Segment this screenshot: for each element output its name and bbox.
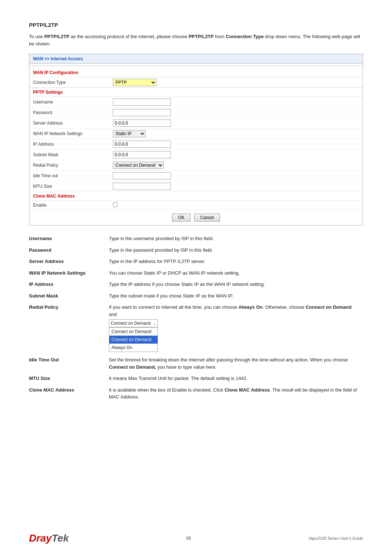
page-number: 98 bbox=[186, 536, 191, 541]
chevron-down-icon: ⌄ bbox=[153, 321, 156, 326]
description-table: Username Type in the username provided b… bbox=[29, 233, 363, 403]
cancel-button[interactable]: Cancel bbox=[194, 214, 220, 222]
desc-subnet-mask-desc: Type the subnet mask if you chose Static… bbox=[109, 290, 363, 302]
desc-idle-timeout-row: Idle Time Out Set the timeout for breaki… bbox=[29, 354, 363, 373]
logo-tek: Tek bbox=[52, 532, 69, 544]
intro-paragraph: To use PPTP/L2TP as the accessing protoc… bbox=[29, 33, 363, 47]
desc-wan-ip-row: WAN IP Network Settings You can choose S… bbox=[29, 267, 363, 279]
mtu-size-row: MTU Size bbox=[29, 181, 363, 192]
desc-username-term: Username bbox=[29, 233, 109, 244]
idle-timeout-label: Idle Time out bbox=[29, 171, 109, 181]
desc-mtu-size-term: MTU Size bbox=[29, 373, 109, 384]
desc-mtu-size-row: MTU Size It means Max Transmit Unit for … bbox=[29, 373, 363, 384]
desc-subnet-mask-row: Subnet Mask Type the subnet mask if you … bbox=[29, 290, 363, 302]
desc-server-address-row: Server Address Type in the IP address fo… bbox=[29, 256, 363, 267]
redial-policy-dropdown-list: Connect on Demand Connect on Demand Alwa… bbox=[109, 327, 158, 352]
username-input[interactable] bbox=[113, 98, 171, 106]
enable-row: Enable bbox=[29, 201, 363, 210]
desc-username-row: Username Type in the username provided b… bbox=[29, 233, 363, 244]
redial-policy-dropdown-area: Connect on Demand ⌄ Connect on Demand Co… bbox=[109, 319, 360, 352]
desc-idle-timeout-desc: Set the timeout for breaking down the In… bbox=[109, 354, 363, 373]
username-label: Username bbox=[29, 97, 109, 108]
desc-password-desc: Type in the password provided by ISP in … bbox=[109, 244, 363, 256]
connection-type-label: Connection Type bbox=[29, 77, 109, 88]
wan-breadcrumb-link[interactable]: WAN >> Internet Access bbox=[33, 56, 83, 61]
desc-idle-timeout-term: Idle Time Out bbox=[29, 354, 109, 373]
password-label: Password bbox=[29, 108, 109, 118]
mtu-size-label: MTU Size bbox=[29, 181, 109, 192]
redial-policy-row: Redial Policy Connect on Demand Always O… bbox=[29, 160, 363, 171]
redial-policy-inline-select[interactable]: Connect on Demand ⌄ bbox=[109, 319, 158, 327]
clone-mac-header: Clone MAC Address bbox=[29, 192, 363, 201]
desc-username-desc: Type in the username provided by ISP in … bbox=[109, 233, 363, 244]
desc-redial-policy-desc: If you want to connect to Internet all t… bbox=[109, 301, 363, 354]
connection-type-table: Connection Type PPTP bbox=[29, 77, 363, 88]
desc-server-address-term: Server Address bbox=[29, 256, 109, 267]
desc-wan-ip-desc: You can choose Static IP or DHCP as WAN … bbox=[109, 267, 363, 279]
desc-password-row: Password Type in the password provided b… bbox=[29, 244, 363, 256]
mtu-size-input[interactable] bbox=[113, 183, 171, 190]
desc-mtu-size-desc: It means Max Transmit Unit for packet. T… bbox=[109, 373, 363, 384]
ip-address-label: IP Address bbox=[29, 139, 109, 150]
pptp-settings-header: PPTP Settings bbox=[29, 88, 363, 97]
wan-ip-config-section: WAN IP Configuration bbox=[29, 68, 363, 77]
desc-server-address-desc: Type in the IP address for PPTP /L2TP se… bbox=[109, 256, 363, 267]
password-input[interactable] bbox=[113, 109, 171, 116]
dropdown-option-connect-on-demand-selected[interactable]: Connect on Demand bbox=[109, 336, 158, 344]
desc-password-term: Password bbox=[29, 244, 109, 256]
wan-ip-network-select[interactable]: Static IP DHCP bbox=[113, 130, 146, 137]
redial-policy-inline-select-value: Connect on Demand bbox=[111, 320, 151, 327]
page-footer: DrayTek 98 Vigor2130 Series User's Guide bbox=[0, 532, 392, 544]
guide-title: Vigor2130 Series User's Guide bbox=[309, 536, 363, 540]
wan-ip-network-row: WAN IP Network Settings Static IP DHCP bbox=[29, 129, 363, 139]
ok-button[interactable]: OK bbox=[172, 214, 191, 222]
wan-form-area: WAN >> Internet Access WAN IP Configurat… bbox=[29, 54, 363, 226]
idle-timeout-input[interactable] bbox=[113, 172, 171, 179]
desc-clone-mac-term: Clone MAC Address bbox=[29, 384, 109, 403]
dropdown-option-always-on[interactable]: Always On bbox=[109, 344, 158, 352]
desc-subnet-mask-term: Subnet Mask bbox=[29, 290, 109, 302]
subnet-mask-row: Subnet Mask bbox=[29, 150, 363, 160]
desc-redial-policy-term: Redial Policy bbox=[29, 301, 109, 354]
password-row: Password bbox=[29, 108, 363, 118]
desc-clone-mac-desc: It is available when the box of Enable i… bbox=[109, 384, 363, 403]
pptp-settings-table: Username Password Server Address WAN IP … bbox=[29, 97, 363, 192]
ip-address-row: IP Address bbox=[29, 139, 363, 150]
dropdown-option-connect-on-demand[interactable]: Connect on Demand bbox=[109, 328, 158, 336]
idle-timeout-row: Idle Time out bbox=[29, 171, 363, 181]
form-button-row: OK Cancel bbox=[29, 210, 363, 225]
enable-checkbox[interactable] bbox=[113, 202, 118, 207]
logo-dray: Dray bbox=[29, 532, 52, 544]
enable-label: Enable bbox=[29, 201, 109, 210]
redial-policy-select[interactable]: Connect on Demand Always On bbox=[113, 162, 164, 169]
draytek-logo: DrayTek bbox=[29, 532, 69, 544]
connection-type-row: Connection Type PPTP bbox=[29, 77, 363, 88]
desc-ip-address-row: IP Address Type the IP address if you ch… bbox=[29, 279, 363, 290]
ip-address-input[interactable] bbox=[113, 141, 171, 148]
server-address-row: Server Address bbox=[29, 118, 363, 129]
server-address-label: Server Address bbox=[29, 118, 109, 129]
redial-policy-label: Redial Policy bbox=[29, 160, 109, 171]
desc-wan-ip-term: WAN IP Network Settings bbox=[29, 267, 109, 279]
wan-ip-network-label: WAN IP Network Settings bbox=[29, 129, 109, 139]
subnet-mask-label: Subnet Mask bbox=[29, 150, 109, 160]
desc-redial-policy-row: Redial Policy If you want to connect to … bbox=[29, 301, 363, 354]
clone-mac-table: Enable bbox=[29, 201, 363, 210]
username-row: Username bbox=[29, 97, 363, 108]
wan-breadcrumb-header: WAN >> Internet Access bbox=[29, 54, 363, 64]
server-address-input[interactable] bbox=[113, 119, 171, 127]
desc-ip-address-desc: Type the IP address if you choose Static… bbox=[109, 279, 363, 290]
desc-ip-address-term: IP Address bbox=[29, 279, 109, 290]
connection-type-select[interactable]: PPTP bbox=[113, 79, 156, 86]
page-title: PPTP/L2TP bbox=[29, 22, 363, 28]
subnet-mask-input[interactable] bbox=[113, 151, 171, 158]
desc-clone-mac-row: Clone MAC Address It is available when t… bbox=[29, 384, 363, 403]
